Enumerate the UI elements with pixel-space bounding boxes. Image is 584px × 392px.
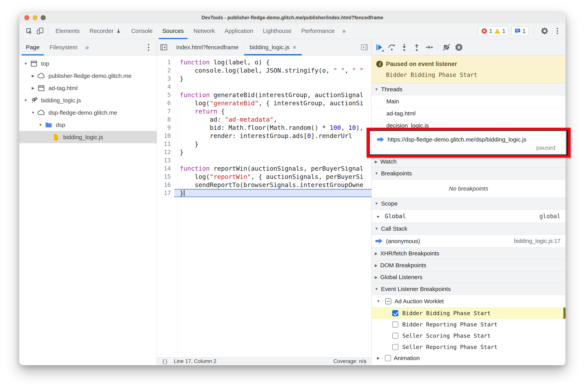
expand-triangle-icon[interactable]: ▶ <box>29 74 37 78</box>
panel-tab-sources[interactable]: Sources <box>158 23 189 39</box>
close-tab-icon[interactable]: × <box>293 44 296 51</box>
unchecked-checkbox[interactable] <box>392 344 398 350</box>
more-panels-chevron[interactable]: » <box>339 27 348 35</box>
expand-triangle-icon[interactable]: ▶ <box>375 356 382 360</box>
collapse-triangle-icon[interactable]: ▼ <box>22 62 29 66</box>
navigator-menu-kebab-icon[interactable] <box>144 44 152 51</box>
coverage-status: Coverage: n/a <box>333 358 366 364</box>
tree-item-top[interactable]: ▼top <box>19 58 157 70</box>
line-number[interactable]: 5 <box>157 91 174 99</box>
collapse-triangle-icon[interactable]: ▼ <box>37 123 44 127</box>
editor-tab-bidding-logic-js[interactable]: bidding_logic.js× <box>244 39 302 56</box>
tab-filesystem[interactable]: Filesystem <box>44 39 82 56</box>
panel-tab-elements[interactable]: Elements <box>50 23 85 39</box>
messages-badge[interactable]: 1 <box>511 26 529 36</box>
event-category-animation[interactable]: ▶Animation <box>372 353 566 364</box>
hide-navigator-icon[interactable] <box>157 39 171 56</box>
code-editor[interactable]: 1function log(label, o) {2 console.log(l… <box>157 56 371 357</box>
deactivate-breakpoints-icon[interactable] <box>440 41 453 54</box>
show-debugger-icon[interactable] <box>357 39 371 56</box>
tree-item-dsp-fledge-demo-glitch-me[interactable]: ▼dsp-fledge-demo.glitch.me <box>19 106 157 119</box>
zoom-window-button[interactable] <box>41 15 46 20</box>
settings-gear-icon[interactable] <box>539 25 550 36</box>
collapse-triangle-icon[interactable]: ▼ <box>29 110 37 115</box>
expand-triangle-icon: ▶ <box>375 275 378 280</box>
line-number[interactable]: 11 <box>157 140 174 148</box>
editor-tab-index-html-fencedframe[interactable]: index.html?fencedframe <box>171 39 244 56</box>
line-number[interactable]: 16 <box>157 181 174 189</box>
line-number[interactable]: 4 <box>157 83 174 91</box>
checked-checkbox[interactable] <box>392 310 398 316</box>
tree-item-bidding-logic-js[interactable]: bidding_logic.js <box>19 131 157 143</box>
dom-breakpoints-section-header[interactable]: ▶ DOM Breakpoints <box>372 259 566 271</box>
line-number[interactable]: 15 <box>157 173 174 181</box>
resume-script-icon[interactable] <box>373 41 386 54</box>
step-into-icon[interactable] <box>398 41 411 54</box>
breakpoint-bidder-reporting-phase-start[interactable]: Bidder Reporting Phase Start <box>372 319 566 330</box>
tree-item-publisher-fledge-demo-glitch-me[interactable]: ▶publisher-fledge-demo.glitch.me <box>19 70 157 82</box>
panel-tab-recorder[interactable]: Recorder <box>85 23 126 39</box>
devtools-menu-kebab-icon[interactable] <box>553 25 562 36</box>
global-listeners-section-header[interactable]: ▶ Global Listeners <box>372 271 566 283</box>
line-number[interactable]: 17 <box>157 189 174 197</box>
line-number[interactable]: 10 <box>157 132 174 140</box>
thread-item-decision-logic-js[interactable]: decision_logic.js <box>372 120 566 132</box>
thread-item-main[interactable]: Main <box>372 95 566 108</box>
xhr-breakpoints-section-header[interactable]: ▶ XHR/fetch Breakpoints <box>372 248 566 260</box>
line-number[interactable]: 14 <box>157 164 174 173</box>
inspect-element-icon[interactable] <box>23 25 34 36</box>
issues-badge[interactable]: 1 1 <box>478 26 509 36</box>
tree-item-dsp[interactable]: ▼dsp <box>19 119 157 131</box>
tab-page[interactable]: Page <box>21 39 44 56</box>
expand-triangle-icon[interactable]: ▶ <box>29 86 37 90</box>
panel-tab-console[interactable]: Console <box>126 23 157 39</box>
pretty-print-icon[interactable]: {} <box>162 358 168 364</box>
line-number[interactable]: 2 <box>157 66 174 74</box>
line-number[interactable]: 1 <box>157 58 174 66</box>
line-number[interactable]: 9 <box>157 124 174 132</box>
breakpoint-seller-reporting-phase-start[interactable]: Seller Reporting Phase Start <box>372 342 566 353</box>
unchecked-checkbox[interactable] <box>385 355 391 361</box>
panel-tab-network[interactable]: Network <box>189 23 220 39</box>
line-number[interactable]: 6 <box>157 99 174 107</box>
more-navigator-tabs-chevron[interactable]: » <box>82 44 91 51</box>
watch-section-header[interactable]: ▶ Watch <box>372 156 566 168</box>
pause-on-exceptions-icon[interactable] <box>453 41 465 54</box>
tree-item-bidding-logic-js[interactable]: ▼bidding_logic.js <box>19 94 157 106</box>
step-over-icon[interactable] <box>386 41 398 54</box>
device-toolbar-icon[interactable] <box>34 25 46 36</box>
panel-tab-application[interactable]: Application <box>220 23 258 39</box>
line-number[interactable]: 13 <box>157 156 174 164</box>
tree-item-ad-tag-html[interactable]: ▶ad-tag.html <box>19 82 157 94</box>
scope-global-row[interactable]: ▶ Global global <box>372 210 566 223</box>
event-listener-breakpoints-section-header[interactable]: ▼ Event Listener Breakpoints <box>372 283 566 295</box>
indeterminate-checkbox[interactable] <box>385 298 391 304</box>
unchecked-checkbox[interactable] <box>392 321 398 328</box>
panel-tab-performance[interactable]: Performance <box>296 23 339 39</box>
line-number[interactable]: 3 <box>157 74 174 83</box>
unchecked-checkbox[interactable] <box>392 333 398 339</box>
line-number[interactable]: 8 <box>157 116 174 124</box>
tree-item-label: bidding_logic.js <box>41 97 81 104</box>
devtools-window: DevTools - publisher-fledge-demo.glitch.… <box>19 12 566 365</box>
close-window-button[interactable] <box>24 15 29 20</box>
line-number[interactable]: 7 <box>157 107 174 116</box>
threads-section-header[interactable]: ▼ Threads <box>372 83 566 95</box>
minimize-window-button[interactable] <box>32 15 37 20</box>
step-icon[interactable] <box>423 41 435 54</box>
panel-tab-lighthouse[interactable]: Lighthouse <box>258 23 296 39</box>
step-out-icon[interactable] <box>411 41 423 54</box>
line-number[interactable]: 12 <box>157 148 174 156</box>
scope-section-header[interactable]: ▼ Scope <box>372 198 566 210</box>
call-stack-frame-row[interactable]: (anonymous) bidding_logic.js:17 <box>372 235 566 248</box>
collapse-triangle-icon[interactable]: ▼ <box>22 98 29 102</box>
event-category-label: Animation <box>394 355 420 362</box>
call-stack-section-header[interactable]: ▼ Call Stack <box>372 223 566 235</box>
breakpoint-bidder-bidding-phase-start[interactable]: Bidder Bidding Phase Start <box>372 308 566 319</box>
breakpoint-seller-scoring-phase-start[interactable]: Seller Scoring Phase Start <box>372 330 566 342</box>
event-category-canvas[interactable]: ▶Canvas <box>372 364 566 365</box>
breakpoints-section-header[interactable]: ▼ Breakpoints <box>372 168 566 180</box>
ad-auction-worklet-row[interactable]: ▼ Ad Auction Worklet <box>372 295 566 308</box>
active-thread-row[interactable]: https://dsp-fledge-demo.glitch.me/dsp/bi… <box>372 132 566 156</box>
thread-item-ad-tag-html[interactable]: ad-tag.html <box>372 108 566 120</box>
